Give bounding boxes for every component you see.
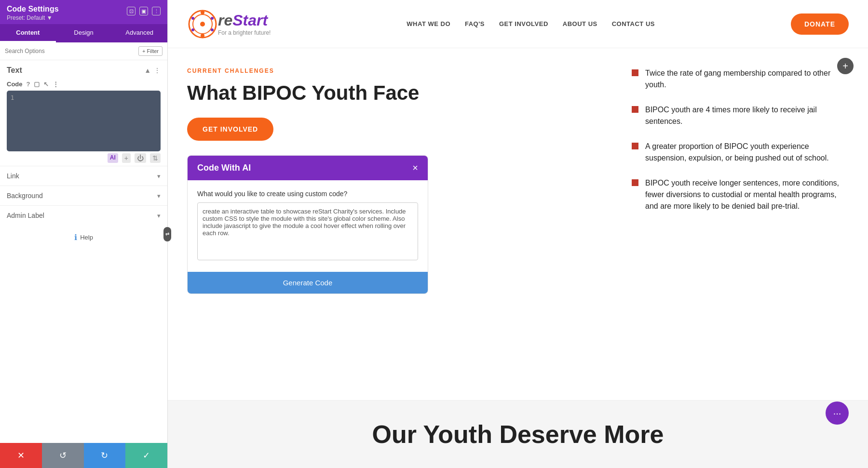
svg-point-8 xyxy=(200,22,205,27)
code-ai-textarea[interactable]: create an interactive table to showcase … xyxy=(197,202,418,260)
bullet-item: BIPOC youth are 4 times more likely to r… xyxy=(632,104,849,127)
bullet-text: A greater proportion of BIPOC youth expe… xyxy=(645,141,849,164)
left-main-section: CURRENT CHALLENGES What BIPOC Youth Face… xyxy=(168,48,617,400)
admin-label-section[interactable]: Admin Label ▾ xyxy=(0,205,167,225)
logo-re: re xyxy=(218,12,232,29)
resize-handle[interactable]: ⇄ xyxy=(163,227,171,241)
search-bar: + Filter xyxy=(0,42,167,60)
main-content: CURRENT CHALLENGES What BIPOC Youth Face… xyxy=(168,48,868,400)
bottom-action-bar: ✕ ↺ ↻ ✓ xyxy=(0,443,167,468)
panel-header: Code Settings Preset: Default ▼ ⊡ ▣ ⋮ xyxy=(0,0,167,24)
svg-point-4 xyxy=(211,28,214,31)
background-label: Background xyxy=(7,192,43,200)
logo-area: re Start For a brighter future! xyxy=(187,9,271,40)
bullet-item: A greater proportion of BIPOC youth expe… xyxy=(632,141,849,164)
help-section: ℹ Help xyxy=(0,225,167,250)
code-ai-modal: Code With AI × What would you like to cr… xyxy=(187,155,428,294)
bullet-text: BIPOC youth are 4 times more likely to r… xyxy=(645,104,849,127)
add-circle-button[interactable]: + xyxy=(837,58,854,74)
tab-design[interactable]: Design xyxy=(56,24,112,42)
save-button[interactable]: ✓ xyxy=(125,443,167,468)
chat-bubble-button[interactable]: ··· xyxy=(826,401,849,425)
bottom-section: Our Youth Deserve More xyxy=(168,400,868,468)
panel-preset[interactable]: Preset: Default ▼ xyxy=(7,14,59,21)
bullet-text: Twice the rate of gang membership compar… xyxy=(645,67,849,91)
sort-icon[interactable]: ⇅ xyxy=(150,153,161,163)
filter-button[interactable]: + Filter xyxy=(138,46,163,56)
code-ai-header: Code With AI × xyxy=(188,156,428,180)
bullet-square xyxy=(632,69,638,76)
bullet-item: BIPOC youth receive longer sentences, mo… xyxy=(632,177,849,212)
text-section-header: Text ▲ ⋮ xyxy=(0,60,167,79)
bullet-text: BIPOC youth receive longer sentences, mo… xyxy=(645,177,849,212)
toolbar-more-icon[interactable]: ⋮ xyxy=(53,80,59,88)
logo-start: Start xyxy=(232,12,268,29)
undo-button[interactable]: ↺ xyxy=(42,443,84,468)
redo-button[interactable]: ↻ xyxy=(84,443,126,468)
generate-code-button[interactable]: Generate Code xyxy=(188,272,428,294)
code-ai-body: What would you like to create using cust… xyxy=(188,180,428,272)
link-label: Link xyxy=(7,172,19,180)
line-number: 1 xyxy=(11,94,14,101)
layout-icon[interactable]: ▣ xyxy=(139,7,148,15)
link-section[interactable]: Link ▾ xyxy=(0,166,167,186)
bullet-square xyxy=(632,106,638,113)
bullet-square xyxy=(632,143,638,149)
code-editor[interactable]: 1 xyxy=(7,91,161,151)
panel-tabs: Content Design Advanced xyxy=(0,24,167,42)
bullet-square xyxy=(632,179,638,186)
bullet-item: Twice the rate of gang membership compar… xyxy=(632,67,849,91)
get-involved-button[interactable]: GET INVOLVED xyxy=(187,118,273,141)
panel-title: Code Settings xyxy=(7,5,59,13)
ai-icon[interactable]: AI xyxy=(108,153,118,163)
code-ai-close-button[interactable]: × xyxy=(412,162,418,174)
nav-links: WHAT WE DO FAQ'S GET INVOLVED ABOUT US C… xyxy=(407,20,655,27)
help-circle-icon[interactable]: ℹ xyxy=(74,233,77,242)
help-question-icon[interactable]: ? xyxy=(27,80,30,88)
text-section-title: Text xyxy=(7,66,22,75)
screen-icon[interactable]: ⊡ xyxy=(127,7,136,15)
code-textarea[interactable] xyxy=(7,91,161,151)
chevron-down-admin: ▾ xyxy=(157,212,161,219)
chevron-down-link: ▾ xyxy=(157,173,161,180)
mobile-icon[interactable]: ▢ xyxy=(34,80,40,88)
svg-point-7 xyxy=(191,17,194,20)
code-label: Code xyxy=(7,80,23,88)
collapse-icon[interactable]: ▲ xyxy=(144,67,151,74)
current-challenges-label: CURRENT CHALLENGES xyxy=(187,67,598,74)
svg-point-3 xyxy=(211,17,214,20)
section-more-icon[interactable]: ⋮ xyxy=(154,67,161,74)
right-bullet-section: + Twice the rate of gang membership comp… xyxy=(617,48,868,400)
power-icon[interactable]: ⏻ xyxy=(135,153,146,163)
nav-get-involved[interactable]: GET INVOLVED xyxy=(499,20,548,27)
search-input[interactable] xyxy=(5,48,136,54)
code-editor-footer: AI + ⏻ ⇅ xyxy=(0,151,167,166)
navbar: re Start For a brighter future! WHAT WE … xyxy=(168,0,868,48)
logo-tagline: For a brighter future! xyxy=(218,29,271,36)
svg-point-6 xyxy=(191,28,194,31)
nav-about-us[interactable]: ABOUT US xyxy=(563,20,597,27)
nav-what-we-do[interactable]: WHAT WE DO xyxy=(407,20,450,27)
cancel-button[interactable]: ✕ xyxy=(0,443,42,468)
more-options-icon[interactable]: ⋮ xyxy=(152,7,161,15)
admin-label: Admin Label xyxy=(7,212,44,219)
bottom-heading: Our Youth Deserve More xyxy=(187,420,849,449)
donate-button[interactable]: DONATE xyxy=(791,13,849,35)
bullet-list: Twice the rate of gang membership compar… xyxy=(632,67,849,212)
section-heading: What BIPOC Youth Face xyxy=(187,82,598,104)
svg-point-2 xyxy=(201,11,204,14)
code-ai-title: Code With AI xyxy=(197,163,251,173)
help-label: Help xyxy=(80,234,93,241)
website-panel: re Start For a brighter future! WHAT WE … xyxy=(168,0,868,468)
code-toolbar: Code ? ▢ ↖ ⋮ xyxy=(0,79,167,91)
code-ai-prompt-label: What would you like to create using cust… xyxy=(197,190,418,198)
nav-faqs[interactable]: FAQ'S xyxy=(465,20,485,27)
add-icon[interactable]: + xyxy=(122,153,131,163)
nav-contact-us[interactable]: CONTACT US xyxy=(612,20,655,27)
svg-point-5 xyxy=(201,34,204,38)
pointer-icon[interactable]: ↖ xyxy=(43,80,49,88)
tab-advanced[interactable]: Advanced xyxy=(111,24,167,42)
background-section[interactable]: Background ▾ xyxy=(0,186,167,205)
left-editor-panel: Code Settings Preset: Default ▼ ⊡ ▣ ⋮ Co… xyxy=(0,0,168,468)
tab-content[interactable]: Content xyxy=(0,24,56,42)
